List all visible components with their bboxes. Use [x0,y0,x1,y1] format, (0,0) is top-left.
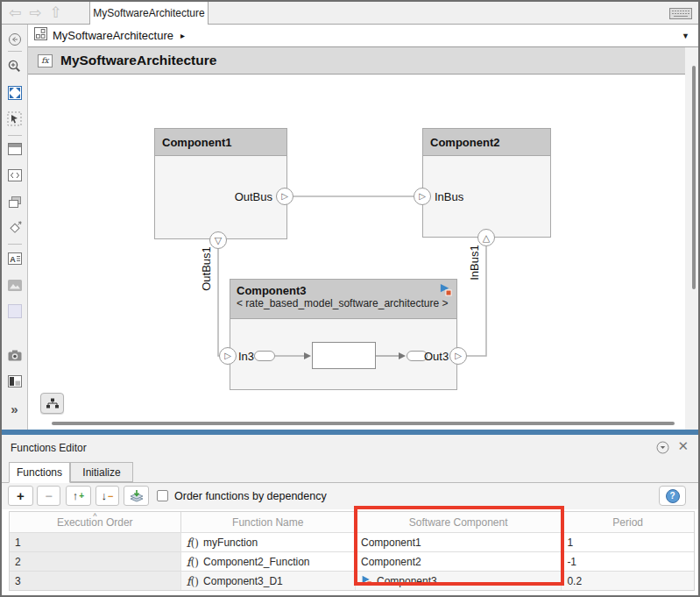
referenced-model-block[interactable] [312,342,376,369]
area-icon[interactable] [5,302,25,321]
keyboard-shortcuts-icon[interactable] [669,7,692,23]
cell-function-name[interactable]: f()Component3_D1 [181,571,356,590]
show-model-browser-icon[interactable] [5,30,25,49]
checkbox-label: Order functions by dependency [174,490,327,502]
table-row[interactable]: 3 f()Component3_D1 Component3 0.2 [10,571,694,590]
panel-title: Functions Editor [11,442,87,454]
simulink-window: ⇦ ⇨ ⇧ MySoftwareArchitecture MySoftwareA… [0,0,700,597]
up-arrow-icon: ↑ [73,489,79,502]
divider [8,51,22,52]
port-label-inbus: InBus [435,190,463,203]
col-header-function-name[interactable]: Function Name [181,512,356,532]
vertical-scrollbar-thumb[interactable] [692,66,696,289]
copy-view-icon[interactable] [5,192,25,211]
move-up-button[interactable]: ↑+ [66,486,91,506]
plus-icon: + [17,488,25,503]
cell-function-name[interactable]: f()Component2_Function [181,551,356,571]
close-panel-icon[interactable]: ✕ [677,438,689,454]
forward-icon[interactable]: ⇨ [29,4,41,22]
document-tab-bar: ⇦ ⇨ ⇧ MySoftwareArchitecture [2,2,698,25]
remove-function-button[interactable]: − [37,486,60,506]
function-icon: f() [187,574,200,588]
cell-execution-order: 3 [10,571,181,590]
breadcrumb: MySoftwareArchitecture ▸ ▼ [28,25,698,47]
table-header-row: ^Execution Order Function Name Software … [10,512,694,532]
cell-execution-order: 2 [10,551,181,571]
svg-text:A: A [10,255,16,264]
functions-toolbar: + − ↑+ ↓− Order functions by dependency … [2,483,698,509]
divider [8,244,22,245]
annotation-icon[interactable]: A [5,249,25,268]
table-row[interactable]: 1 f()myFunction Component1 1 [10,532,694,551]
move-down-button[interactable]: ↓− [95,486,119,506]
function-icon: f() [187,536,200,550]
back-icon[interactable]: ⇦ [9,4,21,22]
table-row[interactable]: 2 f()Component2_Function Component2 -1 [10,551,694,571]
code-view-icon[interactable] [5,166,25,185]
update-functions-button[interactable] [124,486,149,506]
signal-route-icon[interactable] [5,218,25,238]
minimize-panel-icon[interactable] [656,441,669,458]
palette-toolbar: A » [2,25,28,430]
sort-ascending-icon: ^ [93,512,96,521]
cell-function-name[interactable]: f()myFunction [181,532,356,551]
port-label-in3: In3 [238,350,254,363]
tab-mysoftwarearchitecture[interactable]: MySoftwareArchitecture [89,2,209,25]
cell-software-component[interactable]: Component2 [356,551,562,571]
cell-period[interactable]: 0.2 [562,571,694,590]
cell-software-component[interactable]: Component3 [356,571,562,590]
col-header-execution-order[interactable]: ^Execution Order [10,512,181,532]
architecture-model-icon [34,27,47,44]
viewmarks-icon[interactable] [5,372,25,391]
cell-software-component[interactable]: Component1 [356,532,562,551]
order-by-dependency-checkbox[interactable] [157,490,168,501]
viewport-icon[interactable] [5,139,25,159]
dropdown-arrow-icon[interactable]: ▼ [682,32,689,40]
select-region-icon[interactable] [5,109,25,128]
model-reference-badge-icon [361,575,372,586]
breadcrumb-arrow-icon[interactable]: ▸ [180,31,185,40]
update-stack-icon [129,489,145,503]
port-label-out3: Out3 [424,350,449,363]
zoom-region-icon[interactable] [5,56,25,75]
col-header-period[interactable]: Period [562,512,694,532]
fit-to-view-icon[interactable] [5,83,25,103]
port-outbus1-icon[interactable]: ▽ [209,231,227,249]
down-arrow-icon: ↓ [102,489,108,502]
diagram-canvas[interactable]: fx MySoftwareArchitecture Component1 Com… [28,47,698,430]
col-header-software-component[interactable]: Software Component [356,512,562,532]
help-icon: ? [666,489,680,503]
function-icon: f() [187,555,200,569]
functions-editor-panel: Functions Editor ✕ Functions Initialize … [2,435,698,595]
cell-period[interactable]: -1 [562,551,694,571]
add-function-button[interactable]: + [8,486,33,506]
up-icon[interactable]: ⇧ [50,4,62,22]
cell-period[interactable]: 1 [562,532,694,551]
tab-initialize[interactable]: Initialize [70,462,133,482]
help-button[interactable]: ? [659,486,686,506]
tab-functions[interactable]: Functions [9,462,70,483]
table-container: ^Execution Order Function Name Software … [2,509,698,595]
tab-label: MySoftwareArchitecture [93,7,204,19]
port-inbus1-icon[interactable]: △ [477,229,495,246]
port-out3-icon[interactable]: ▷ [449,347,467,365]
cell-execution-order: 1 [10,532,181,551]
panel-tabs: Functions Initialize [2,462,698,483]
horizontal-scrollbar-thumb[interactable] [52,422,675,425]
port-label-outbus: OutBus [215,190,272,203]
divider [8,135,22,136]
minus-icon: − [45,489,52,503]
expand-toolstrip-icon[interactable]: » [5,399,25,418]
breadcrumb-item[interactable]: MySoftwareArchitecture [53,29,173,42]
screenshot-icon[interactable] [5,345,25,365]
image-icon[interactable] [5,275,25,295]
port-in3-icon[interactable]: ▷ [219,347,237,365]
functions-table: ^Execution Order Function Name Software … [9,511,695,591]
port-outbus-icon[interactable]: ▷ [276,188,293,205]
port-inbus-icon[interactable]: ▷ [414,188,431,205]
bus-element-pill [254,351,275,361]
